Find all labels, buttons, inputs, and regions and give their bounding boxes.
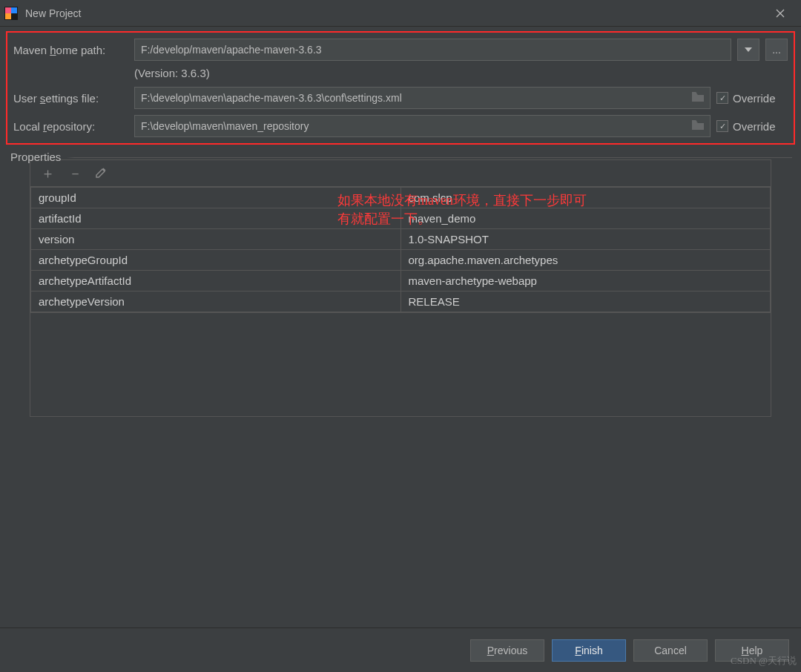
checkbox-icon: ✓	[716, 120, 728, 132]
checkbox-icon: ✓	[716, 92, 728, 104]
maven-home-browse[interactable]: ...	[765, 39, 788, 61]
properties-toolbar: ＋ －	[30, 160, 771, 187]
footer: Previous Finish Cancel Help	[0, 627, 801, 672]
local-repo-label: Local repository:	[13, 120, 128, 133]
prop-key: archetypeGroupId	[31, 250, 401, 271]
properties-separator	[67, 157, 792, 158]
svg-rect-3	[5, 13, 11, 19]
watermark: CSDN @天行说	[731, 654, 797, 668]
close-button[interactable]	[764, 0, 797, 27]
folder-icon	[692, 92, 704, 104]
prop-value: 1.0-SNAPSHOT	[400, 229, 771, 250]
add-button[interactable]: ＋	[41, 166, 55, 180]
titlebar: New Project	[0, 0, 801, 27]
prop-value: RELEASE	[400, 291, 771, 312]
properties-empty-area	[30, 312, 771, 416]
svg-rect-2	[11, 7, 17, 13]
prop-value: maven-archetype-webapp	[400, 271, 771, 291]
maven-home-row: Maven home path: F:/develop/maven/apache…	[13, 39, 788, 61]
window-title: New Project	[25, 7, 81, 19]
finish-button[interactable]: Finish	[552, 639, 626, 662]
remove-button[interactable]: －	[68, 166, 82, 180]
pencil-icon	[96, 168, 106, 178]
app-logo-icon	[4, 7, 18, 20]
annotation-text: 如果本地没有maven环境，直接下一步即可 有就配置一下。	[337, 191, 587, 228]
cancel-button[interactable]: Cancel	[633, 639, 708, 662]
local-repo-input[interactable]: F:\develop\maven\maven_repository	[134, 115, 711, 137]
table-row[interactable]: version1.0-SNAPSHOT	[31, 229, 771, 250]
svg-rect-1	[5, 7, 11, 13]
table-row[interactable]: archetypeArtifactIdmaven-archetype-webap…	[31, 271, 771, 291]
prop-value: org.apache.maven.archetypes	[400, 250, 771, 271]
local-repo-override[interactable]: ✓ Override	[716, 120, 788, 133]
user-settings-row: User settings file: F:\develop\maven\apa…	[13, 87, 788, 109]
edit-button[interactable]	[96, 166, 106, 180]
folder-icon	[692, 120, 704, 132]
user-settings-input[interactable]: F:\develop\maven\apache-maven-3.6.3\conf…	[134, 87, 711, 109]
chevron-down-icon	[745, 47, 752, 52]
maven-home-dropdown[interactable]	[737, 39, 759, 61]
local-repo-row: Local repository: F:\develop\maven\maven…	[13, 115, 788, 137]
table-row[interactable]: archetypeGroupIdorg.apache.maven.archety…	[31, 250, 771, 271]
maven-home-label: Maven home path:	[13, 44, 128, 56]
prop-key: version	[31, 229, 401, 250]
maven-config-highlight: Maven home path: F:/develop/maven/apache…	[6, 31, 795, 145]
prop-key: archetypeVersion	[31, 291, 401, 312]
table-row[interactable]: archetypeVersionRELEASE	[31, 291, 771, 312]
maven-version-text: (Version: 3.6.3)	[134, 67, 788, 79]
user-settings-override[interactable]: ✓ Override	[716, 92, 788, 105]
svg-rect-4	[11, 13, 17, 19]
close-icon	[776, 9, 785, 18]
maven-home-input[interactable]: F:/develop/maven/apache-maven-3.6.3	[134, 39, 731, 61]
user-settings-label: User settings file:	[13, 92, 128, 105]
prop-key: archetypeArtifactId	[31, 271, 401, 291]
previous-button[interactable]: Previous	[470, 639, 544, 662]
